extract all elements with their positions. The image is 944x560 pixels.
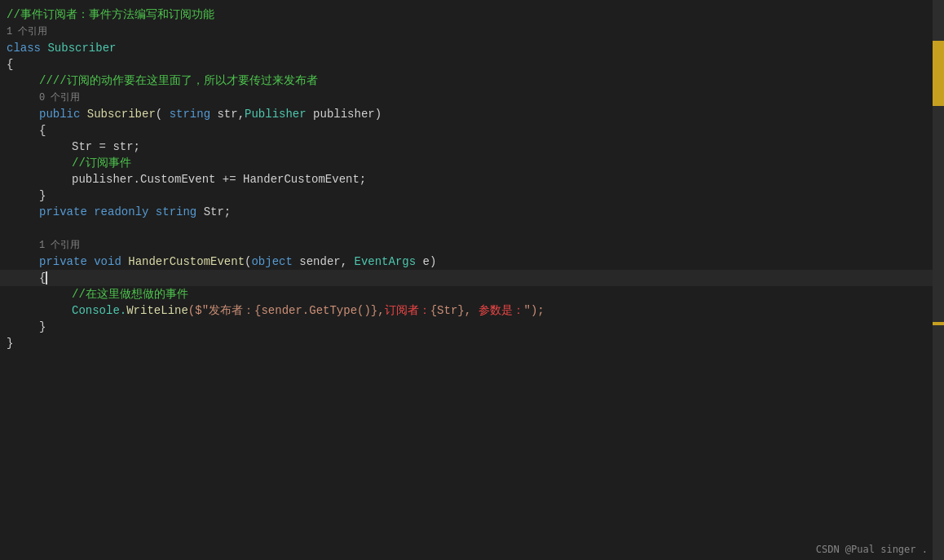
code-line: private void HanderCustomEvent(object se… <box>0 254 944 270</box>
code-line: class Subscriber <box>0 40 944 56</box>
code-line: ////订阅的动作要在这里面了，所以才要传过来发布者 <box>0 73 944 89</box>
code-line: } <box>0 187 944 204</box>
code-line: } <box>0 335 944 351</box>
code-line: private readonly string Str; <box>0 204 944 220</box>
code-line: 0 个引用 <box>0 89 944 106</box>
code-line: { <box>0 270 944 286</box>
code-line: 1 个引用 <box>0 23 944 40</box>
code-line: //订阅事件 <box>0 155 944 171</box>
code-line: //事件订阅者：事件方法编写和订阅功能 <box>0 7 944 23</box>
code-editor: //事件订阅者：事件方法编写和订阅功能1 个引用class Subscriber… <box>0 0 944 560</box>
watermark: CSDN @Pual singer . <box>816 544 928 555</box>
text-cursor <box>46 271 47 284</box>
code-line: //在这里做想做的事件 <box>0 286 944 302</box>
code-line: Console.WriteLine($"发布者：{sender.GetType(… <box>0 302 944 319</box>
code-line: public Subscriber( string str,Publisher … <box>0 106 944 122</box>
code-line: { <box>0 122 944 139</box>
code-line: 1 个引用 <box>0 236 944 254</box>
code-line <box>0 220 944 236</box>
code-line: publisher.CustomEvent += HanderCustomEve… <box>0 171 944 187</box>
scrollbar-thumb[interactable] <box>933 41 944 106</box>
code-line: { <box>0 56 944 73</box>
scrollbar[interactable] <box>933 0 944 560</box>
scrollbar-mark <box>933 322 944 325</box>
code-line: Str = str; <box>0 139 944 155</box>
code-content: //事件订阅者：事件方法编写和订阅功能1 个引用class Subscriber… <box>0 7 944 351</box>
code-line: } <box>0 319 944 335</box>
